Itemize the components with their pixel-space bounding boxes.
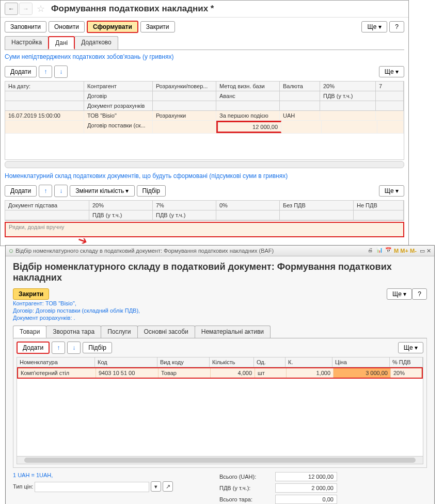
tot-vat-label: ПДВ (у т.ч.): <box>219 485 271 491</box>
nav-back-button[interactable]: ← <box>5 3 18 15</box>
gr-price: 3 000,00 <box>334 368 391 378</box>
sw-inner-more-button[interactable]: Ще ▾ <box>398 342 423 353</box>
info-counterparty: Контрагент: ТОВ "Bisio", <box>13 300 427 307</box>
s2-chgqty-button[interactable]: Змінити кількість ▾ <box>70 185 134 197</box>
c6 <box>320 101 376 110</box>
app-icon: ⊙ <box>9 248 13 254</box>
section1-title: Суми непідтверджених податкових зобов'яз… <box>1 50 408 63</box>
s1-add-button[interactable]: Додати <box>5 66 37 77</box>
s1-data-row[interactable]: 16.07.2019 15:00:00 ТОВ "Bisio" Розрахун… <box>5 111 404 121</box>
sw-add-button[interactable]: Додати <box>17 342 50 354</box>
close-icon[interactable]: ✕ <box>426 248 431 254</box>
s1-header-row: На дату: Контрагент Розрахунки/повер... … <box>5 82 404 91</box>
pricetype-dd-button[interactable]: ▾ <box>151 481 161 492</box>
tab-goods[interactable]: Товари <box>13 326 46 338</box>
s1-data-row2[interactable]: Договір поставки (ск... 12 000,00 <box>5 121 404 134</box>
s1-up-button[interactable]: ↑ <box>39 66 52 78</box>
totals-area: 1 UAH = 1UAH, Тип цін: ▾ ↗ Всього (UAH):… <box>13 468 427 504</box>
col-vat: ПДВ (у т.ч.) <box>320 91 376 101</box>
s2-up-button[interactable]: ↑ <box>39 185 52 197</box>
tot-vat-value: 2 000,00 <box>275 483 337 493</box>
gr-code: 9403 10 51 00 <box>96 368 158 378</box>
calc-icon[interactable]: 📊 <box>376 247 384 254</box>
section2-grid[interactable]: Документ підстава 20% 7% 0% Без ПДВ Не П… <box>5 200 404 221</box>
arrow-left-icon: ← <box>8 5 14 12</box>
info-agreement: Договір: Договір поставки (складний облі… <box>13 307 427 314</box>
pricetype-input[interactable] <box>35 482 149 492</box>
sw-down-button[interactable]: ↓ <box>67 342 81 354</box>
tab-tare[interactable]: Зворотна тара <box>46 326 101 338</box>
col-doc: Документ розрахунків <box>84 101 153 110</box>
chevron-down-icon: ▾ <box>378 23 382 30</box>
form-button[interactable]: Сформувати <box>87 21 138 33</box>
gc-kind: Вид коду <box>157 357 210 367</box>
s1-scrollbar[interactable] <box>5 161 404 168</box>
tab-fixed[interactable]: Основні засоби <box>137 326 195 338</box>
s1-down-button[interactable]: ↓ <box>54 66 68 78</box>
section1-grid[interactable]: На дату: Контрагент Розрахунки/повер... … <box>5 81 404 160</box>
s2-add-button[interactable]: Додати <box>5 185 37 197</box>
col-advance: Аванс <box>216 91 280 101</box>
cell-vat <box>322 121 377 133</box>
tot-total-label: Всього (UAH): <box>219 474 271 480</box>
tot-tare-label: Всього тара: <box>219 496 271 502</box>
m-icon[interactable]: M <box>394 248 399 254</box>
s2-down-button[interactable]: ↓ <box>54 185 68 197</box>
pricetype-open-button[interactable]: ↗ <box>163 481 173 492</box>
sw-help-button[interactable]: ? <box>412 288 427 300</box>
s2c6 <box>354 210 404 220</box>
gr-kind: Товар <box>158 368 211 378</box>
tab-intangible[interactable]: Нематеріальні активи <box>195 326 271 338</box>
col-p0: 0% <box>216 201 280 210</box>
sw-tabs: Товари Зворотна тара Послуги Основні зас… <box>13 326 427 338</box>
gr-nom: Комп'ютерний стіл <box>18 368 96 378</box>
print-icon[interactable]: 🖨 <box>368 247 375 254</box>
gc-nom: Номенклатура <box>17 357 95 367</box>
s2-select-button[interactable]: Підбір <box>137 185 166 197</box>
tab-services[interactable]: Послуги <box>101 326 137 338</box>
sw-grid-row[interactable]: Комп'ютерний стіл 9403 10 51 00 Товар 4,… <box>17 367 423 379</box>
tab-setup[interactable]: Настройка <box>5 36 49 50</box>
sw-up-button[interactable]: ↑ <box>52 342 65 354</box>
gr-qty: 4,000 <box>211 368 255 378</box>
s1-more-button[interactable]: Ще ▾ <box>379 66 404 77</box>
col-cur2 <box>280 91 320 101</box>
min-icon[interactable]: ▭ <box>420 248 425 254</box>
s1-empty <box>5 134 404 159</box>
cell-20 <box>320 111 376 120</box>
manual-rows-box[interactable]: Рядки, додані вручну <box>5 222 404 237</box>
mminus-icon[interactable]: M- <box>410 248 417 254</box>
sw-more-button[interactable]: Ще ▾ <box>387 288 412 300</box>
info-doc: Документ розрахунків: . <box>13 314 427 321</box>
sw-select-button[interactable]: Підбір <box>83 342 112 353</box>
help-button[interactable]: ? <box>389 21 404 32</box>
cal-icon[interactable]: 📅 <box>385 247 392 254</box>
col-date: На дату: <box>5 82 84 91</box>
fill-button[interactable]: Заповнити <box>5 21 46 32</box>
cell-currency: UAH <box>280 111 320 120</box>
col-currency: Валюта <box>280 82 320 91</box>
cell-7 <box>376 111 404 120</box>
sw-close-button[interactable]: Закрити <box>13 288 49 300</box>
col-counterparty: Контрагент <box>84 82 153 91</box>
main-toolbar: Заповнити Оновити Сформувати Закрити Ще … <box>1 18 408 36</box>
cell-date2 <box>5 121 84 133</box>
c7 <box>376 101 404 110</box>
favorite-icon[interactable]: ☆ <box>37 3 45 14</box>
sw-scrollbar[interactable] <box>17 456 423 464</box>
section1-toolbar: Додати ↑ ↓ Ще ▾ <box>1 63 408 80</box>
col-novat: Без ПДВ <box>280 201 354 210</box>
tab-data[interactable]: Дані <box>48 36 75 50</box>
more-button[interactable]: Ще ▾ <box>361 21 387 32</box>
mplus-icon[interactable]: M+ <box>400 248 408 254</box>
refresh-button[interactable]: Оновити <box>49 21 85 32</box>
gc-k: К. <box>286 357 332 367</box>
close-button[interactable]: Закрити <box>140 21 175 32</box>
cell-calc2 <box>153 121 216 133</box>
sw-grid-empty <box>17 379 423 456</box>
s2-more-button[interactable]: Ще ▾ <box>379 185 404 197</box>
tab-extra[interactable]: Додатково <box>74 36 118 50</box>
sw-grid[interactable]: Номенклатура Код Вид коду Кількість Од. … <box>17 357 423 464</box>
gr-vatpct: 20% <box>391 368 422 378</box>
nav-forward-button[interactable]: → <box>19 3 33 15</box>
